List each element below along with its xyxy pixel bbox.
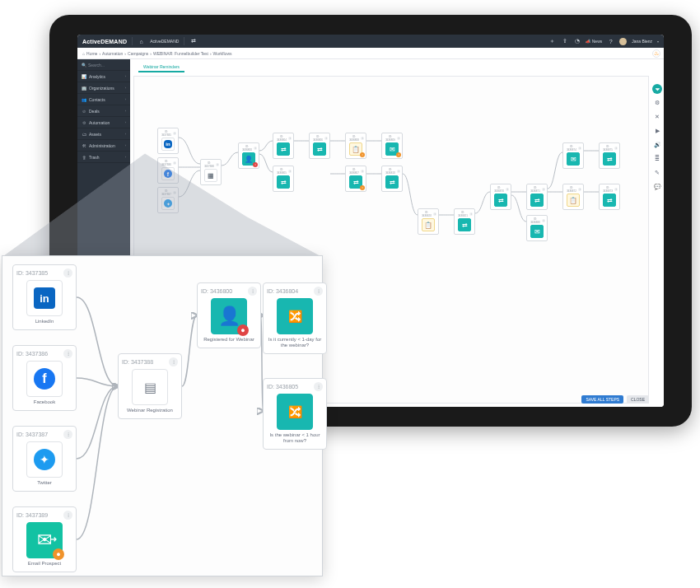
node-icon: 🔀	[277, 394, 313, 430]
node-id: ID: 3436800	[201, 288, 232, 294]
info-icon[interactable]: ⁝	[169, 357, 178, 366]
node-icon: in	[26, 280, 63, 316]
node-icon: ✦	[26, 441, 63, 478]
workflow-node[interactable]: ID: 3436804⁝🔀Is it currently < 1-day for…	[263, 282, 327, 354]
svg-marker-0	[2, 154, 323, 258]
node-id: ID: 3437388	[122, 359, 153, 365]
node-icon: ▤	[132, 369, 168, 405]
node-id: ID: 3436804	[267, 288, 298, 294]
info-icon[interactable]: ⁝	[63, 268, 72, 278]
node-label: Facebook	[16, 399, 72, 405]
info-icon[interactable]: ⁝	[314, 287, 323, 296]
workflow-node[interactable]: ID: 3436805⁝🔀Is the webinar < 1 hour fro…	[263, 378, 327, 450]
workflow-node[interactable]: ID: 3437389⁝✉➜●Email Prospect	[12, 506, 77, 572]
node-label: Webinar Registration	[122, 408, 178, 413]
node-id: ID: 3437386	[16, 351, 48, 357]
node-icon: 👤●	[211, 298, 247, 334]
node-id: ID: 3437385	[16, 270, 48, 276]
node-label: LinkedIn	[16, 319, 72, 324]
node-icon: f	[26, 361, 63, 397]
workflow-node[interactable]: ID: 3436800⁝👤●Registered for Webinar	[197, 282, 261, 348]
node-label: Is it currently < 1-day for the webinar?	[267, 337, 323, 348]
info-icon[interactable]: ⁝	[63, 430, 72, 439]
node-id: ID: 3437389	[16, 512, 48, 518]
badge-icon: ●	[237, 324, 249, 336]
info-icon[interactable]: ⁝	[63, 511, 72, 520]
node-id: ID: 3436805	[267, 384, 298, 390]
zoom-inset: ID: 3437385⁝inLinkedInID: 3437386⁝fFaceb…	[2, 255, 323, 576]
info-icon[interactable]: ⁝	[248, 287, 257, 296]
workflow-node[interactable]: ID: 3437385⁝inLinkedIn	[12, 264, 77, 330]
node-icon: ✉➜●	[26, 522, 63, 558]
node-label: Is the webinar < 1 hour from now?	[267, 432, 323, 444]
node-label: Registered for Webinar	[201, 337, 257, 343]
node-icon: 🔀	[277, 298, 313, 334]
badge-icon: ●	[53, 548, 64, 560]
workflow-node[interactable]: ID: 3437387⁝✦Twitter	[12, 426, 77, 492]
info-icon[interactable]: ⁝	[314, 382, 323, 391]
workflow-node[interactable]: ID: 3437386⁝fFacebook	[12, 345, 77, 411]
node-label: Email Prospect	[16, 561, 72, 567]
node-label: Twitter	[16, 480, 72, 486]
workflow-node[interactable]: ID: 3437388⁝▤Webinar Registration	[118, 353, 182, 419]
node-id: ID: 3437387	[16, 432, 48, 437]
info-icon[interactable]: ⁝	[63, 349, 72, 358]
